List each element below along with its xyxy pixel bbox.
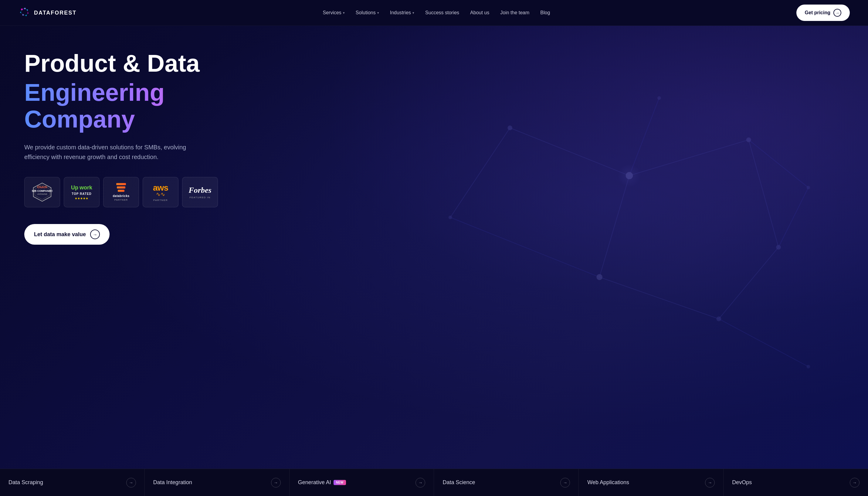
service-arrow-icon: → — [705, 478, 715, 487]
cta-arrow-icon: → — [90, 230, 100, 239]
svg-point-34 — [657, 96, 661, 100]
svg-point-27 — [507, 125, 512, 130]
svg-line-20 — [719, 247, 778, 319]
nav-services[interactable]: Services ▾ — [323, 10, 345, 15]
svg-line-25 — [749, 140, 808, 188]
hero-content: Product & Data Engineering Company We pr… — [24, 50, 261, 245]
svg-point-33 — [448, 216, 452, 219]
svg-line-22 — [451, 217, 600, 277]
cta-button[interactable]: Let data make value → — [24, 224, 110, 245]
svg-point-30 — [596, 274, 602, 280]
hero-title-line2: Engineering Company — [24, 79, 261, 133]
upwork-badge: Upwork TOP RATED ★★★★★ — [64, 177, 99, 207]
svg-point-35 — [806, 186, 810, 189]
service-item-data-integration[interactable]: Data Integration → — [145, 469, 289, 496]
service-arrow-icon: → — [126, 478, 136, 487]
forbes-badge: Forbes FEATURED IN — [182, 177, 218, 207]
hero-title-line1: Product & Data — [24, 50, 261, 77]
service-item-data-science[interactable]: Data Science → — [434, 469, 579, 496]
nav-blog[interactable]: Blog — [540, 10, 550, 15]
nav-links: Services ▾ Solutions ▾ Industries ▾ Succ… — [323, 10, 550, 15]
partner-badges: B2B COMPANIES UKRAINE Clutch Upwork TOP … — [24, 177, 261, 207]
svg-line-17 — [599, 176, 629, 277]
svg-point-31 — [776, 245, 781, 250]
service-arrow-icon: → — [415, 478, 425, 487]
chevron-down-icon: ▾ — [377, 11, 379, 15]
svg-line-26 — [778, 188, 808, 247]
svg-line-23 — [719, 319, 808, 367]
svg-line-24 — [629, 98, 659, 176]
nav-about-us[interactable]: About us — [470, 10, 489, 15]
databricks-badge: databricks PARTNER — [103, 177, 139, 207]
nav-solutions[interactable]: Solutions ▾ — [356, 10, 379, 15]
new-badge: NEW — [333, 480, 346, 485]
svg-point-32 — [716, 316, 722, 322]
svg-line-9 — [25, 9, 27, 10]
brand-name: DATAFOREST — [34, 10, 77, 16]
chevron-down-icon: ▾ — [412, 11, 414, 15]
svg-line-18 — [749, 140, 778, 247]
svg-line-16 — [629, 140, 749, 176]
network-bg — [391, 26, 868, 469]
service-item-web-applications[interactable]: Web Applications → — [579, 469, 724, 496]
svg-line-13 — [26, 13, 28, 15]
hero-subtitle: We provide custom data-driven solutions … — [24, 142, 206, 162]
nav-join-team[interactable]: Join the team — [500, 10, 529, 15]
service-item-generative-ai[interactable]: Generative AI NEW → — [289, 469, 434, 496]
aws-badge: aws ∿∿ PARTNER — [143, 177, 178, 207]
svg-text:Clutch: Clutch — [37, 185, 47, 189]
service-arrow-icon: → — [560, 478, 570, 487]
nav-industries[interactable]: Industries ▾ — [390, 10, 414, 15]
arrow-icon: → — [833, 9, 841, 17]
svg-point-36 — [806, 365, 810, 369]
chevron-down-icon: ▾ — [343, 11, 345, 15]
svg-text:UKRAINE: UKRAINE — [37, 193, 48, 196]
svg-line-12 — [21, 13, 23, 15]
svg-point-37 — [617, 164, 641, 188]
hero-section: Product & Data Engineering Company We pr… — [0, 26, 868, 469]
svg-text:B2B COMPANIES: B2B COMPANIES — [32, 189, 52, 192]
nav-success-stories[interactable]: Success stories — [425, 10, 459, 15]
svg-point-28 — [626, 172, 633, 180]
svg-line-15 — [510, 128, 629, 175]
svg-line-21 — [451, 128, 510, 217]
service-arrow-icon: → — [850, 478, 859, 487]
service-item-data-scraping[interactable]: Data Scraping → — [0, 469, 145, 496]
service-item-devops[interactable]: DevOps → — [724, 469, 868, 496]
clutch-icon: B2B COMPANIES UKRAINE Clutch — [32, 182, 52, 202]
get-pricing-button[interactable]: Get pricing → — [796, 4, 850, 21]
navbar: DATAFOREST Services ▾ Solutions ▾ Indust… — [0, 0, 868, 26]
svg-point-29 — [746, 138, 751, 142]
logo-icon — [18, 6, 31, 19]
service-bar: Data Scraping → Data Integration → Gener… — [0, 469, 868, 496]
svg-line-19 — [599, 277, 719, 319]
service-arrow-icon: → — [271, 478, 281, 487]
logo[interactable]: DATAFOREST — [18, 6, 77, 19]
clutch-badge: B2B COMPANIES UKRAINE Clutch — [24, 177, 60, 207]
